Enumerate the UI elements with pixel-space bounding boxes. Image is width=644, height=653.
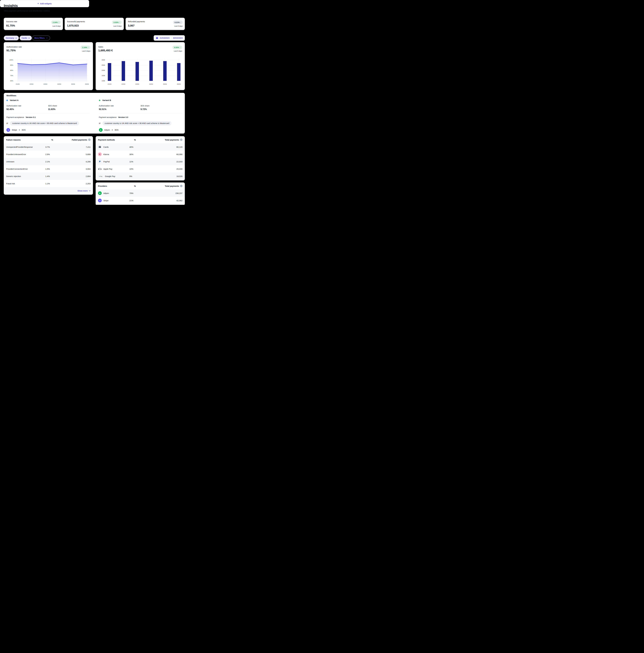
row-count: 60,090 xyxy=(140,153,182,155)
filter-chip-cards[interactable]: Cards × xyxy=(20,35,32,40)
chart-title: Authorization rate xyxy=(6,46,22,48)
count-column-header: Total payments xyxy=(165,139,179,141)
table-title: Payment methods xyxy=(98,139,129,141)
svg-text:90%: 90% xyxy=(10,64,13,66)
row-percent: 40% xyxy=(129,146,140,148)
arrow-up-icon: ↑ xyxy=(119,21,120,23)
variant-a-dot-icon xyxy=(6,100,8,101)
row-percent: 79% xyxy=(129,192,140,194)
svg-text:24/04: 24/04 xyxy=(58,83,61,85)
svg-text:100%: 100% xyxy=(9,59,13,61)
row-percent: 21% xyxy=(129,199,140,202)
chip-label: Germany xyxy=(6,37,14,39)
providers-table: Providers % Total payments i aAdyen79%15… xyxy=(96,183,185,205)
trend-badge: 0.21%↓ xyxy=(173,21,183,24)
if-label: IF xyxy=(99,122,101,124)
row-label: UnexpectedProviderResponse xyxy=(6,146,33,148)
info-icon[interactable]: i xyxy=(88,139,91,141)
row-percent: 1.1% xyxy=(45,183,59,185)
apple-pay-icon: Pay xyxy=(98,167,102,171)
close-icon[interactable]: × xyxy=(16,37,17,39)
row-label: ProviderUnknownError xyxy=(6,153,26,155)
svg-text:250K: 250K xyxy=(101,64,105,66)
stat-value: 9.72% xyxy=(140,108,182,111)
adyen-icon: a xyxy=(99,128,102,132)
kpi-refunded-payments: Refunded payments 3,067 0.21%↓ Last 6 da… xyxy=(125,18,185,30)
failure-reasons-table: Failure reasons % Failed payments i Unex… xyxy=(4,136,93,195)
arrow-up-icon: ↑ xyxy=(180,47,181,48)
svg-text:22/04: 22/04 xyxy=(121,83,125,85)
table-row: ProviderUnknownError2.9%5,808 xyxy=(4,151,93,158)
table-row: Unknown2.1%4,206 xyxy=(4,158,93,165)
date-start[interactable]: 21/04/2023 xyxy=(160,37,169,39)
row-count: 42,062 xyxy=(140,199,182,202)
authorization-rate-line-chart: 100%90%80%70%60%21/0422/0423/0424/0425/0… xyxy=(6,57,89,86)
count-column-header: Failed payments xyxy=(72,139,87,141)
row-count: 158,237 xyxy=(140,192,182,194)
stat-label: 3DS share xyxy=(48,105,90,107)
google-pay-icon: GPay xyxy=(98,175,103,178)
row-label: Cards xyxy=(104,146,109,148)
if-label: IF xyxy=(6,122,8,124)
percent-column-header: % xyxy=(129,139,140,141)
svg-text:70%: 70% xyxy=(10,75,13,76)
adyen-icon: a xyxy=(98,191,102,195)
table-row: Generic rejection1.4%2,804 xyxy=(4,172,93,180)
kpi-value: 3,067 xyxy=(128,24,135,27)
divider xyxy=(99,113,182,113)
chip-label: Cards xyxy=(22,37,27,39)
sales-chart-card: Sales 1,685,493 € 0.55%↑ Last 6 days 300… xyxy=(96,42,185,90)
acceptance-label: Payment acceptance xyxy=(6,116,24,118)
svg-text:300K: 300K xyxy=(101,59,105,61)
table-row: GPayGoogle Pay9%18,026 xyxy=(96,172,185,180)
row-label: Stripe xyxy=(104,199,109,202)
threeds-label: 3DS xyxy=(115,129,118,131)
stat-value: 92.45% xyxy=(6,108,48,111)
workflow-variant-b: Variant B Authorization rate 92.51% 3DS … xyxy=(99,99,182,132)
date-range-picker[interactable]: 21/04/2023 | 26/04/2023 xyxy=(154,35,185,41)
row-count: 2,804 xyxy=(59,175,91,177)
info-icon[interactable]: i xyxy=(180,139,182,141)
filter-chip-germany[interactable]: Germany × xyxy=(4,35,19,40)
svg-text:26/04: 26/04 xyxy=(85,83,89,85)
svg-text:24/04: 24/04 xyxy=(149,83,153,85)
stripe-icon: S xyxy=(98,199,102,202)
arrow-up-icon: ↑ xyxy=(58,21,59,23)
row-percent: 9% xyxy=(129,175,140,177)
percent-column-header: % xyxy=(45,139,59,141)
row-percent: 10% xyxy=(129,168,140,170)
calendar-icon xyxy=(156,37,158,39)
date-end[interactable]: 26/04/2023 xyxy=(173,37,183,39)
row-count: 22,033 xyxy=(140,161,182,163)
stat-label: Authorization rate xyxy=(6,105,48,107)
workflows-title: Workflows xyxy=(6,94,16,97)
close-icon[interactable]: × xyxy=(28,37,30,39)
variant-name: Variant A xyxy=(10,99,19,101)
svg-text:200K: 200K xyxy=(101,70,105,71)
authorization-rate-chart-card: Authorization rate 91.75% 2.34%↑ Last 6 … xyxy=(4,42,93,90)
svg-text:25/04: 25/04 xyxy=(163,83,167,85)
more-filters-button[interactable]: More filters ••• xyxy=(32,35,50,40)
svg-text:150K: 150K xyxy=(101,75,105,76)
condition-pill: customer country is UK AND risk score < … xyxy=(10,121,79,125)
sales-bar-chart: 300K250K200K150K100K21/0422/0423/0424/04… xyxy=(97,57,181,86)
row-count: 3,004 xyxy=(59,168,91,170)
table-row: Fraud risk1.1%2,203 xyxy=(4,180,93,187)
row-percent: 11% xyxy=(129,161,140,163)
info-icon[interactable]: i xyxy=(180,185,182,187)
chart-value: 91.75% xyxy=(6,49,16,52)
payment-methods-table: Payment methods % Total payments i Cards… xyxy=(96,136,185,180)
trend-badge: 0.55%↑ xyxy=(172,46,182,49)
row-count: 18,026 xyxy=(140,175,182,177)
svg-text:23/04: 23/04 xyxy=(44,83,47,85)
plus-sign: + xyxy=(19,129,20,131)
table-row: SStripe21%42,062 xyxy=(96,197,185,204)
kpi-success-rate: Success rate 91.75% 2.34%↑ Last 6 days xyxy=(4,18,63,30)
table-row: Cards40%80,120 xyxy=(96,143,185,151)
svg-text:22/04: 22/04 xyxy=(30,83,33,85)
show-more-button[interactable]: Show more xyxy=(77,190,91,192)
threeds-label: 3DS xyxy=(22,129,26,131)
card-icon xyxy=(98,145,102,149)
row-label: ProviderConnectionError xyxy=(6,168,28,170)
trend-badge: 2.34%↑ xyxy=(51,21,61,24)
